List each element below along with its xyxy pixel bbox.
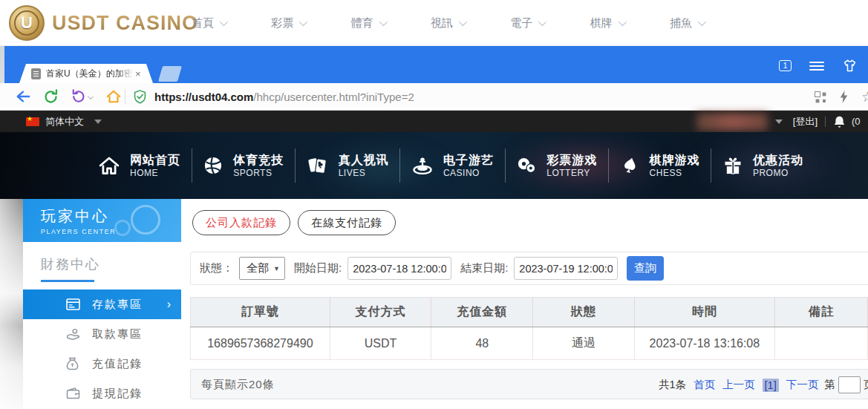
table-row: 1689657368279490 USDT 48 通過 2023-07-18 1… — [191, 327, 868, 360]
select-arrow-icon: ▼ — [273, 265, 280, 272]
players-center-title: 玩家中心 — [41, 206, 181, 226]
tab-count-badge[interactable]: 1 — [779, 60, 792, 71]
section-underline — [41, 280, 94, 282]
bookmark-star-icon[interactable]: ☆ — [861, 88, 868, 105]
site-nav-live[interactable]: 視訊 — [431, 16, 465, 30]
nav-item-lives[interactable]: 真人视讯LIVES — [307, 153, 389, 179]
site-logo[interactable]: U USDT CASINO — [9, 5, 198, 41]
tab-online-payment-records[interactable]: 在線支付記錄 — [298, 210, 396, 235]
tab-title: 首家U（美金）的加密货 — [46, 68, 134, 80]
undo-history-icon[interactable] — [71, 89, 85, 104]
site-nav-fishing[interactable]: 捕魚 — [670, 16, 704, 30]
filter-panel: 狀態： 全部 ▼ 開始日期: 結束日期: 查詢 — [190, 252, 868, 285]
col-remark: 備註 — [775, 298, 868, 327]
records-table: 訂單號 支付方式 充值金額 狀態 時間 備註 1689657368279490 … — [190, 297, 868, 360]
roulette-icon — [411, 155, 434, 176]
lightning-icon[interactable] — [838, 90, 849, 104]
notice-count[interactable]: (0 — [852, 116, 868, 127]
browser-nav-buttons — [15, 89, 122, 105]
start-date-input[interactable] — [347, 257, 451, 280]
search-button[interactable]: 查詢 — [627, 256, 664, 281]
nav-item-lottery[interactable]: 彩票游戏LOTTERY — [516, 153, 597, 179]
status-select[interactable]: 全部 ▼ — [239, 257, 285, 280]
chevron-down-icon — [220, 18, 228, 26]
theme-shirt-icon[interactable] — [842, 59, 858, 73]
sidebar-item-withdraw-records[interactable]: 提現記錄 — [23, 379, 181, 408]
col-amount: 充值金額 — [431, 298, 533, 327]
refresh-icon[interactable] — [43, 89, 59, 105]
next-page-link[interactable]: 下一页 — [786, 378, 819, 392]
page-doc-icon — [31, 68, 41, 79]
wallet-icon — [66, 387, 80, 399]
finance-section-title: 財務中心 — [41, 255, 181, 273]
chevron-down-icon — [618, 18, 626, 26]
cell-time: 2023-07-18 13:16:08 — [634, 327, 775, 360]
first-page-link[interactable]: 首页 — [694, 378, 715, 392]
site-nav-home[interactable]: 首頁 — [192, 16, 226, 30]
withdraw-hand-icon — [66, 328, 81, 340]
site-nav-lottery[interactable]: 彩票 — [271, 16, 305, 30]
nav-item-sports[interactable]: 体育竞技SPORTS — [203, 153, 284, 179]
end-date-input[interactable] — [514, 257, 618, 280]
divider — [505, 148, 506, 183]
undo-dropdown-icon[interactable] — [88, 94, 94, 99]
per-page-label: 每頁顯示20條 — [201, 370, 275, 400]
browser-tab[interactable]: 首家U（美金）的加密货 × — [19, 64, 153, 83]
language-selector[interactable]: 简体中文 — [45, 115, 84, 128]
cell-amount: 48 — [431, 327, 533, 360]
menu-icon[interactable] — [809, 62, 824, 71]
username-redacted — [696, 113, 768, 131]
table-header-row: 訂單號 支付方式 充值金額 狀態 時間 備註 — [191, 298, 868, 327]
main-nav: 网站首页HOME 体育竞技SPORTS 真人视讯LIVES 电子游艺CASINO… — [0, 132, 868, 199]
finance-section: 財務中心 — [23, 242, 181, 282]
sports-ball-icon — [203, 155, 223, 176]
sidebar-item-deposit[interactable]: 存款專區 › — [23, 289, 181, 319]
deposit-card-icon — [66, 298, 80, 310]
logout-button[interactable]: [登出] — [793, 115, 818, 128]
url-field[interactable]: https://usdt04.com/hhcp/usercenter.html?… — [154, 91, 414, 103]
tab-close-icon[interactable]: × — [135, 69, 141, 79]
sidebar-menu: 存款專區 › 取款專區 充值記錄 提現記錄 — [23, 289, 181, 409]
sidebar: 玩家中心 PLAYERS CENTER 財務中心 存款專區 › 取款專區 — [23, 199, 181, 409]
chevron-down-icon — [538, 18, 546, 26]
divider — [192, 148, 192, 183]
page-jump-input[interactable] — [838, 376, 861, 393]
site-header: U USDT CASINO 首頁 彩票 體育 視訊 電子 棋牌 捕魚 — [0, 0, 868, 46]
nav-item-home[interactable]: 网站首页HOME — [98, 153, 180, 179]
china-flag-icon — [26, 117, 39, 126]
logo-letter: U — [10, 7, 43, 39]
prev-page-link[interactable]: 上一页 — [722, 378, 755, 392]
playing-cards-icon — [307, 155, 329, 176]
divider — [711, 148, 711, 183]
chevron-down-icon — [379, 18, 387, 26]
url-path: /hhcp/usercenter.html?iniType=2 — [253, 91, 414, 103]
bell-icon[interactable] — [833, 115, 846, 128]
qr-code-icon[interactable] — [815, 91, 826, 103]
pager: 共1条 首页 上一页 [1] 下一页 第 页 跳 — [659, 370, 868, 400]
desktop-edge — [0, 199, 23, 409]
site-nav-slots[interactable]: 電子 — [510, 16, 544, 30]
site-nav-sports[interactable]: 體育 — [351, 16, 385, 30]
lottery-balls-icon — [516, 155, 537, 176]
language-caret-icon[interactable] — [94, 120, 102, 124]
divider — [125, 89, 125, 104]
chevron-down-icon — [299, 18, 307, 26]
sidebar-item-deposit-records[interactable]: 充值記錄 — [23, 349, 181, 379]
sidebar-item-withdraw[interactable]: 取款專區 — [23, 319, 181, 349]
tab-company-deposit-records[interactable]: 公司入款記錄 — [192, 210, 290, 235]
col-order-no: 訂單號 — [191, 298, 330, 327]
nav-item-promo[interactable]: 优惠活动PROMO — [722, 153, 803, 179]
back-icon[interactable] — [15, 89, 31, 104]
current-page[interactable]: [1] — [763, 379, 779, 392]
status-label: 狀態： — [200, 261, 233, 275]
site-nav-chess[interactable]: 棋牌 — [590, 16, 624, 30]
home-icon[interactable] — [105, 89, 122, 104]
screen: U USDT CASINO 首頁 彩票 體育 視訊 電子 棋牌 捕魚 首家U（美… — [0, 0, 868, 409]
start-date-label: 開始日期: — [294, 261, 342, 275]
nav-item-casino[interactable]: 电子游艺CASINO — [411, 153, 494, 179]
secure-shield-icon[interactable] — [133, 89, 147, 105]
nav-item-chess[interactable]: 棋牌游戏CHESS — [620, 153, 700, 179]
account-caret-icon[interactable] — [775, 120, 783, 124]
address-bar-actions: ☆ — [815, 83, 868, 111]
divider — [825, 117, 826, 127]
